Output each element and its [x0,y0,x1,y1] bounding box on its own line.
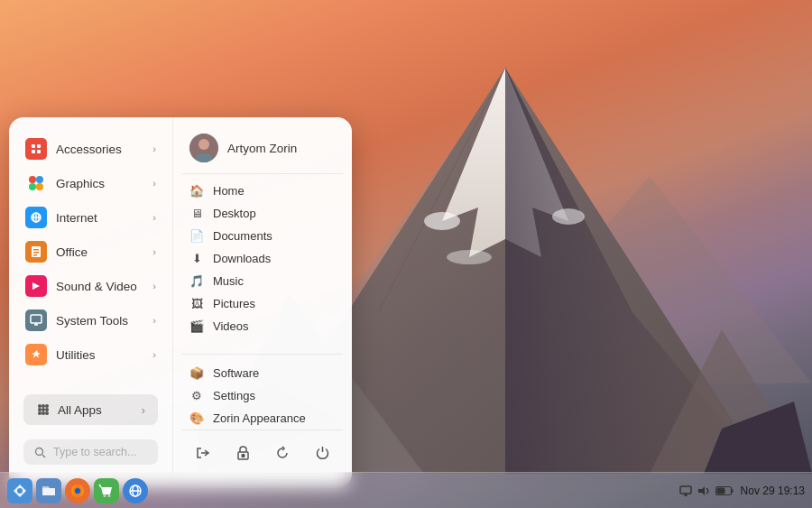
power-button[interactable] [309,439,336,466]
lock-button[interactable] [229,439,256,466]
svg-point-38 [42,408,45,411]
svg-rect-29 [33,254,37,256]
svg-rect-15 [37,144,41,148]
svg-point-42 [45,411,49,415]
taskbar: Nov 29 19:13 [0,472,812,508]
music-icon: 🎵 [189,274,204,288]
place-documents[interactable]: 📄 Documents [182,225,343,247]
svg-point-36 [45,404,49,408]
accessories-icon [25,138,47,160]
svg-point-46 [198,139,209,150]
svg-point-35 [42,404,45,408]
system-settings[interactable]: ⚙ Settings [182,384,343,407]
taskbar-store[interactable] [94,478,119,503]
svg-point-41 [42,411,45,415]
svg-rect-66 [731,489,733,493]
user-avatar [189,134,218,162]
category-system-tools[interactable]: System Tools › [16,303,165,337]
svg-line-57 [99,485,101,487]
office-icon [25,241,47,263]
svg-rect-67 [716,487,724,494]
taskbar-files[interactable] [36,478,61,503]
system-tools-icon [25,309,47,331]
svg-rect-61 [680,486,691,494]
taskbar-apps [7,478,148,503]
category-sound-video[interactable]: Sound & Video › [16,269,165,303]
svg-rect-31 [31,315,42,323]
place-pictures[interactable]: 🖼 Pictures [182,292,343,315]
place-music[interactable]: 🎵 Music [182,270,343,292]
search-bar[interactable]: Type to search... [23,439,158,465]
category-utilities[interactable]: Utilities › [16,337,165,372]
zorin-appearance-icon: 🎨 [189,411,204,425]
category-internet[interactable]: Internet › [16,200,165,235]
svg-rect-14 [32,144,35,148]
svg-point-9 [424,212,460,230]
volume-icon [697,485,710,496]
menu-right-panel: Artyom Zorin 🏠 Home 🖥 Desktop 📄 Document… [173,117,352,488]
utilities-icon [25,344,47,365]
svg-point-54 [75,488,80,494]
sound-video-icon [25,275,47,297]
category-office[interactable]: Office › [16,235,165,269]
category-graphics[interactable]: Graphics › [16,166,165,200]
taskbar-tray-icons [679,485,734,496]
svg-point-11 [447,250,492,264]
svg-rect-27 [33,249,39,251]
svg-point-56 [108,494,111,497]
place-home[interactable]: 🏠 Home [182,180,343,202]
software-icon: 📦 [189,366,204,380]
svg-rect-17 [37,150,41,153]
videos-icon: 🎬 [189,319,204,333]
menu-actions [182,429,343,476]
downloads-icon: ⬇ [189,252,204,265]
logout-button[interactable] [189,439,217,466]
svg-point-40 [38,411,42,415]
place-desktop[interactable]: 🖥 Desktop [182,202,343,225]
svg-point-43 [36,448,43,455]
system-section: 📦 Software ⚙ Settings 🎨 Zorin Appearance [182,362,343,429]
all-apps-button[interactable]: All Apps › [23,394,158,425]
taskbar-browser2[interactable] [123,478,148,503]
svg-line-44 [42,455,45,457]
taskbar-right: Nov 29 19:13 [679,485,805,497]
desktop-icon: 🖥 [189,207,204,220]
svg-point-52 [17,488,23,494]
system-software[interactable]: 📦 Software [182,362,343,384]
display-icon [679,485,692,496]
internet-icon [25,207,47,228]
svg-point-18 [29,176,36,183]
svg-point-34 [38,404,42,408]
svg-point-39 [45,408,49,411]
restart-button[interactable] [269,439,296,466]
svg-rect-28 [33,252,39,254]
taskbar-firefox[interactable] [65,478,90,503]
settings-icon: ⚙ [189,389,204,402]
zorin-appearance[interactable]: 🎨 Zorin Appearance [182,407,343,429]
svg-point-37 [38,408,42,411]
pictures-icon: 🖼 [189,297,204,310]
svg-point-50 [242,455,245,457]
place-videos[interactable]: 🎬 Videos [182,315,343,337]
place-downloads[interactable]: ⬇ Downloads [182,247,343,270]
svg-point-55 [104,494,106,497]
svg-rect-16 [32,150,35,153]
svg-point-20 [29,183,36,190]
category-accessories[interactable]: Accessories › [16,132,165,166]
menu-left-panel: Accessories › Graphics › Internet › [9,117,173,488]
all-apps-icon [36,402,51,417]
graphics-icon [25,172,47,194]
svg-marker-30 [32,282,40,290]
search-icon [34,447,46,458]
home-icon: 🏠 [189,184,204,198]
user-info: Artyom Zorin [182,130,343,174]
svg-point-21 [36,183,43,190]
places-divider [182,354,343,355]
taskbar-zorin-menu[interactable] [7,478,32,503]
app-menu: Accessories › Graphics › Internet › [9,117,352,488]
battery-icon [715,485,734,496]
svg-point-19 [36,176,43,183]
documents-icon: 📄 [189,229,204,243]
svg-point-10 [552,208,585,225]
places-section: 🏠 Home 🖥 Desktop 📄 Documents ⬇ Downloads… [182,180,343,337]
